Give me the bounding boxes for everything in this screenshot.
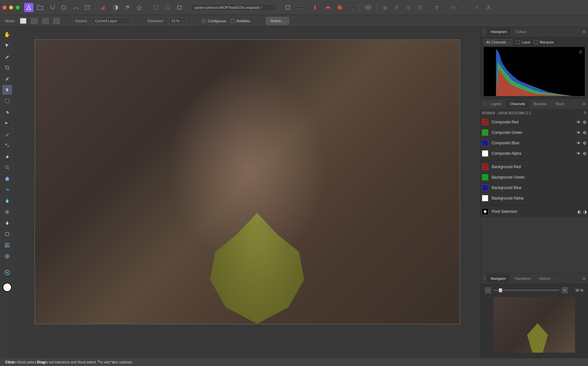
drag-handle-icon[interactable]: ⠿	[483, 276, 486, 281]
rectangle-tool[interactable]	[2, 229, 12, 239]
blur-tool[interactable]	[2, 196, 12, 206]
tab-brushes[interactable]: Brushes	[530, 100, 551, 108]
flood-select-tool[interactable]	[2, 85, 12, 95]
drag-handle-icon[interactable]: ⠿	[483, 29, 486, 34]
dodge-tool[interactable]	[2, 207, 12, 217]
persona-photo-icon[interactable]	[35, 3, 45, 12]
tab-stock[interactable]: Stock	[551, 100, 568, 108]
arrange-back-icon[interactable]	[380, 3, 390, 12]
channel-row[interactable]: Composite Red 👁⚙	[481, 117, 588, 127]
drag-handle-icon[interactable]: ⠿	[483, 102, 486, 106]
select-all-icon[interactable]	[151, 3, 161, 12]
subtract-icon[interactable]	[460, 3, 470, 12]
show-grid-icon[interactable]	[335, 3, 345, 12]
mode-subtract-button[interactable]	[42, 18, 49, 24]
assistant-icon[interactable]	[363, 3, 373, 12]
autocolor-icon[interactable]	[122, 3, 132, 12]
close-window-icon[interactable]	[3, 6, 7, 9]
quickmask-dropdown[interactable]	[295, 6, 304, 9]
panel-menu-icon[interactable]: ≡	[583, 101, 585, 106]
paint-brush-tool[interactable]	[2, 129, 12, 139]
visibility-icon[interactable]: 👁	[577, 151, 581, 156]
panel-menu-icon[interactable]: ≡	[583, 276, 585, 281]
channel-row[interactable]: Background Alpha	[481, 193, 588, 203]
mask-icon[interactable]: ◐	[578, 209, 581, 214]
crop-tool[interactable]	[2, 63, 12, 72]
edit-icon[interactable]: ⚙	[583, 130, 587, 135]
persona-develop-icon[interactable]	[59, 3, 69, 12]
color-swatch[interactable]	[3, 283, 12, 292]
deselect-icon[interactable]	[163, 3, 172, 12]
quickmask-icon[interactable]	[283, 3, 293, 12]
intersect-icon[interactable]	[472, 3, 482, 12]
move-tool[interactable]	[2, 40, 12, 50]
document-filename[interactable]: parker-johnson-MOPTew6XiTA-unsplash.*	[191, 4, 276, 11]
autowb-icon[interactable]	[134, 3, 144, 12]
mode-intersect-button[interactable]	[53, 18, 60, 24]
channel-row[interactable]: Background Blue	[481, 183, 588, 193]
text-tool[interactable]: A	[2, 240, 12, 250]
channel-row[interactable]: Composite Blue 👁⚙	[481, 138, 588, 148]
mesh-warp-tool[interactable]	[2, 251, 12, 261]
channel-row[interactable]: Composite Alpha 👁⚙	[481, 148, 588, 159]
invert-icon[interactable]: ◑	[583, 209, 587, 214]
mode-add-button[interactable]	[31, 18, 38, 24]
color-picker-tool[interactable]	[2, 52, 12, 61]
reset-icon[interactable]: ⟳	[584, 111, 587, 115]
add-icon[interactable]	[449, 3, 458, 12]
marquee-checkbox[interactable]: Marquee	[534, 40, 554, 44]
tab-channels[interactable]: Channels	[506, 100, 529, 108]
pixel-tool[interactable]	[2, 140, 12, 150]
arrange-front-icon[interactable]	[415, 3, 425, 12]
zoom-tool[interactable]	[2, 163, 12, 172]
pen-tool[interactable]	[2, 218, 12, 228]
edit-icon[interactable]: ⚙	[583, 120, 587, 125]
zoom-out-button[interactable]: −	[485, 287, 491, 293]
refine-button[interactable]: Refine...	[266, 17, 289, 25]
arrange-forward-icon[interactable]	[403, 3, 413, 12]
layer-checkbox[interactable]: Layer	[516, 40, 531, 44]
tab-layers[interactable]: Layers	[487, 100, 505, 108]
force-pixel-align-icon[interactable]	[323, 3, 333, 12]
edit-icon[interactable]: ⚙	[583, 151, 587, 156]
channel-row[interactable]: Background Green	[481, 172, 588, 183]
source-dropdown[interactable]: Current Layer	[92, 18, 132, 24]
visibility-icon[interactable]: 👁	[577, 130, 581, 135]
snap-icon[interactable]	[311, 3, 321, 12]
tab-colour[interactable]: Colour	[512, 28, 530, 36]
zoom-in-button[interactable]: +	[562, 287, 568, 293]
grid-dropdown[interactable]	[347, 6, 356, 9]
zoom-slider[interactable]	[494, 290, 559, 291]
tab-navigator[interactable]: Navigator	[487, 275, 510, 282]
channel-row[interactable]: Composite Green 👁⚙	[481, 127, 588, 138]
target-icon[interactable]	[2, 268, 12, 278]
navigator-thumbnail[interactable]	[494, 297, 575, 353]
channel-row[interactable]: Background Red	[481, 162, 588, 172]
tab-transform[interactable]: Transform	[511, 275, 535, 282]
invert-selection-icon[interactable]	[174, 3, 184, 12]
tab-histogram[interactable]: Histogram	[487, 28, 511, 36]
histogram-channels-dropdown[interactable]: All Channels	[484, 39, 513, 45]
maximize-window-icon[interactable]	[16, 6, 20, 9]
persona-liquify-icon[interactable]	[47, 3, 57, 12]
marquee-tool[interactable]	[2, 96, 12, 106]
tab-history[interactable]: History	[535, 275, 554, 282]
visibility-icon[interactable]: 👁	[577, 141, 581, 146]
flood-fill-tool[interactable]	[2, 107, 12, 117]
canvas-viewport[interactable]	[14, 27, 480, 358]
pixel-selection-row[interactable]: Pixel Selection ◐ ◑	[481, 206, 588, 217]
mode-new-button[interactable]	[20, 18, 26, 24]
visibility-icon[interactable]: 👁	[577, 120, 581, 125]
account-icon[interactable]	[484, 3, 494, 12]
autolevels-icon[interactable]	[99, 3, 109, 12]
arrange-backward-icon[interactable]	[392, 3, 401, 12]
contiguous-checkbox[interactable]: ✓ Contiguous	[202, 19, 226, 23]
panel-menu-icon[interactable]: ≡	[583, 29, 585, 34]
antialias-checkbox[interactable]: Antialias	[231, 19, 250, 23]
document-canvas[interactable]	[35, 40, 460, 324]
align-icon[interactable]	[432, 3, 442, 12]
selection-brush-tool[interactable]	[2, 74, 12, 84]
autocontrast-icon[interactable]	[111, 3, 121, 12]
persona-export-icon[interactable]	[82, 3, 92, 12]
tolerance-input[interactable]: 13 %	[168, 18, 186, 24]
